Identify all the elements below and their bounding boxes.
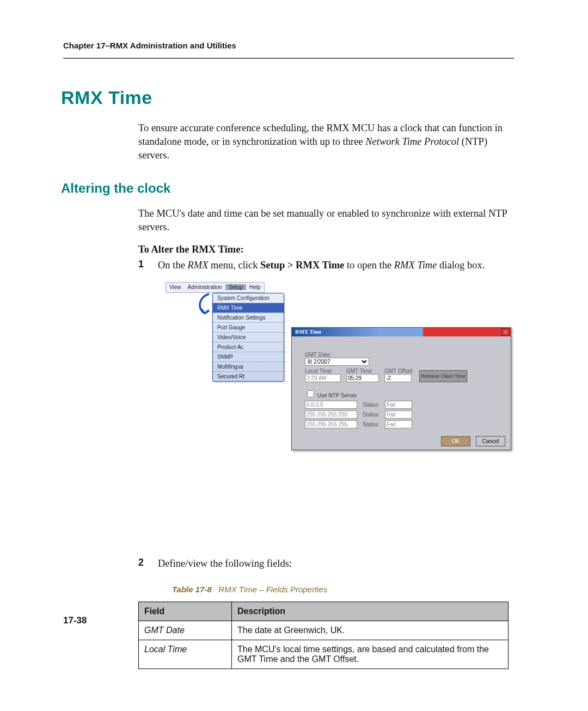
step1-b: menu, click [208,260,260,271]
ntp-status-label-3: Status: [363,421,379,427]
rmx-time-screenshot: View Administration Setup Help System Co… [166,282,470,545]
procedure-step-2: 2 Define/view the following fields: [138,557,514,571]
table-caption-number: Table 17-8 [172,585,212,594]
subheading-altering-clock: Altering the clock [61,181,514,196]
page-number: 17-38 [63,615,87,626]
menu-help[interactable]: Help [246,284,264,290]
step1-em2: RMX Time [394,260,437,271]
dropdown-item-notification[interactable]: Notification Settings [213,313,284,323]
intro-ntp-em: Network Time Protocol [365,136,459,147]
menu-setup[interactable]: Setup [225,284,246,290]
ntp-row-2: Status: [305,410,504,419]
section-heading-rmx-time: RMX Time [61,87,514,108]
label-gmt-offset: GMT Offset: [384,368,414,374]
step1-a: On the [158,260,187,271]
ntp-addr-3 [305,420,357,428]
step-number: 2 [138,557,144,568]
ntp-addr-2 [305,410,357,419]
ntp-addr-1 [305,401,357,409]
running-header: Chapter 17–RMX Administration and Utilit… [63,41,514,50]
dialog-title: RMX Time [295,329,321,335]
dropdown-item-system-config[interactable]: System Configuration [213,293,284,303]
label-local-time: Local Time: [305,368,341,374]
ntp-row-3: Status: [305,420,504,428]
table-row: Local Time The MCU's local time settings… [139,640,509,669]
table-row: GMT Date The date at Greenwich, UK. [139,621,509,640]
cell-field: GMT Date [139,621,232,640]
ntp-status-1 [385,401,412,409]
dropdown-item-product-ac[interactable]: Product Ac [213,342,284,352]
procedure-heading: To Alter the RMX Time: [138,244,514,255]
dropdown-item-secured-rt[interactable]: Secured Rt [213,372,284,381]
menu-administration[interactable]: Administration [185,284,225,290]
step1-em1: RMX [187,260,208,271]
step2-text: Define/view the following fields: [158,558,292,569]
dropdown-item-port-gauge[interactable]: Port Gauge [213,323,284,333]
step1-c: to open the [344,260,394,271]
ntp-status-label-1: Status: [363,402,379,408]
dropdown-item-rmx-time[interactable]: RMX Time [213,303,284,313]
table-caption: Table 17-8 RMX Time – Fields Properties [172,585,514,594]
gmt-offset-input[interactable] [384,374,412,382]
ntp-row-1: Status: [305,401,504,409]
step1-strong: Setup > RMX Time [260,260,344,271]
menu-view[interactable]: View [166,284,185,290]
th-description: Description [232,602,509,621]
dropdown-item-multilingual[interactable]: Multilingua [213,362,284,372]
retrieve-client-time-button[interactable]: Retrieve Client Time [419,370,467,382]
cancel-button[interactable]: Cancel [476,436,505,446]
th-field: Field [139,602,232,621]
ntp-status-label-2: Status: [363,412,379,418]
gmt-time-input[interactable] [346,374,379,382]
ok-button[interactable]: OK [441,436,470,446]
procedure-list: 1 On the RMX menu, click Setup > RMX Tim… [138,259,514,272]
dropdown-item-snmp[interactable]: SNMP [213,352,284,362]
step-number: 1 [138,259,144,270]
cell-description: The date at Greenwich, UK. [232,621,509,640]
fields-table: Field Description GMT Date The date at G… [138,602,509,669]
cell-field: Local Time [139,640,232,669]
app-menubar: View Administration Setup Help [166,282,265,293]
step1-d: dialog box. [437,260,485,271]
altering-intro: The MCU's date and time can be set manua… [138,207,514,234]
dropdown-item-video-voice[interactable]: Video/Voice [213,333,284,342]
ntp-status-3 [385,420,412,428]
rmx-time-dialog: RMX Time × GMT Date: 8/ 2/2007 Local Tim… [291,327,511,450]
local-time-input [305,374,341,382]
intro-paragraph: To ensure accurate conference scheduling… [138,121,514,162]
setup-dropdown: System Configuration RMX Time Notificati… [212,293,284,382]
header-rule [63,58,514,59]
label-gmt-date: GMT Date: [305,352,504,358]
ntp-status-2 [385,410,412,419]
dialog-titlebar[interactable]: RMX Time × [292,328,511,336]
procedure-list-cont: 2 Define/view the following fields: [138,557,514,571]
gmt-date-select[interactable]: 8/ 2/2007 [305,358,369,366]
procedure-step-1: 1 On the RMX menu, click Setup > RMX Tim… [138,259,514,272]
close-icon[interactable]: × [501,328,510,336]
use-ntp-checkbox[interactable]: Use NTP Server [305,393,357,399]
use-ntp-checkbox-input[interactable] [307,390,314,397]
table-caption-text: RMX Time – Fields Properties [218,585,327,594]
label-gmt-time: GMT Time: [346,368,379,374]
use-ntp-label: Use NTP Server [317,393,357,399]
cell-description: The MCU's local time settings, are based… [232,640,509,669]
